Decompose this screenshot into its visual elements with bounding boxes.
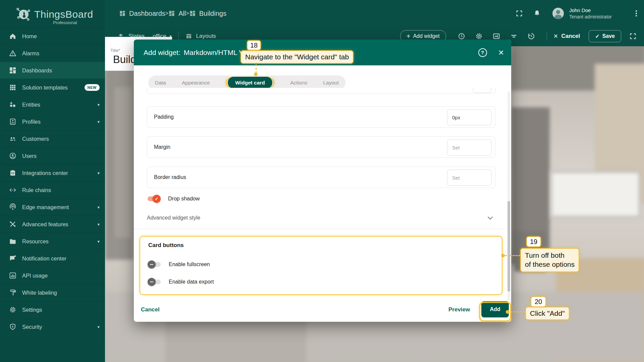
sidebar-item-api-usage[interactable]: API usage — [0, 267, 105, 284]
drop-shadow-toggle[interactable]: ✓ — [148, 196, 160, 201]
dialog-cancel-button[interactable]: Cancel — [141, 306, 160, 313]
sidebar-item-label: Customers — [22, 136, 49, 142]
border-radius-label: Border radius — [154, 174, 186, 180]
version-history-icon[interactable] — [527, 32, 535, 40]
help-icon[interactable]: ? — [478, 48, 487, 57]
advanced-icon — [9, 220, 17, 228]
dashboards-icon — [119, 10, 126, 17]
chevron-down-icon: ▾ — [97, 205, 100, 210]
alarms-icon — [9, 49, 17, 57]
timewindow-clock-icon[interactable] — [458, 32, 466, 40]
card-buttons-section: Card buttons Enable fullscreen Enable da… — [140, 236, 502, 295]
step-19-connector — [505, 255, 520, 256]
sidebar-item-label: Settings — [22, 307, 42, 313]
step-19-callout: Turn off both of these options — [520, 248, 579, 272]
step-18-badge: 18 — [247, 40, 261, 50]
breadcrumb-item-dashboards[interactable]: Dashboards — [119, 10, 165, 17]
solution-templates-icon — [9, 83, 17, 92]
sidebar-item-solution-templates[interactable]: Solution templatesNEW — [0, 79, 105, 96]
enable-data-export-toggle[interactable] — [148, 279, 161, 285]
sidebar-item-label: API usage — [22, 273, 48, 279]
sidebar-item-alarms[interactable]: Alarms — [0, 45, 105, 62]
breadcrumb-item-buildings[interactable]: Buildings — [189, 10, 226, 17]
advanced-widget-style-row[interactable]: Advanced widget style — [147, 212, 495, 224]
margin-input[interactable] — [447, 139, 491, 156]
enable-data-export-row: Enable data export — [148, 279, 214, 285]
filters-icon[interactable] — [510, 32, 518, 40]
sidebar-item-security[interactable]: Security▾ — [0, 318, 105, 335]
avatar[interactable] — [552, 8, 564, 19]
tab-actions[interactable]: Actions — [290, 80, 307, 86]
sidebar-item-label: Entities — [22, 102, 40, 108]
card-buttons-title: Card buttons — [148, 242, 184, 249]
sidebar-item-label: Security — [22, 324, 42, 330]
dialog-scrollbar[interactable] — [507, 91, 510, 300]
sidebar-item-label: Notification center — [22, 255, 66, 262]
api-usage-icon — [9, 272, 17, 280]
enable-fullscreen-row: Enable fullscreen — [148, 261, 210, 267]
tab-data[interactable]: Data — [155, 80, 166, 86]
dialog-preview-button[interactable]: Preview — [448, 306, 470, 313]
dashboards-icon — [168, 10, 175, 17]
tab-appearance[interactable]: Appearance — [182, 80, 210, 86]
sidebar-item-settings[interactable]: Settings — [0, 301, 105, 318]
chevron-down-icon — [488, 214, 493, 220]
notifications-bell-icon[interactable] — [533, 9, 541, 17]
breadcrumb-item-all[interactable]: All — [168, 10, 186, 17]
sidebar-item-label: Dashboards — [22, 67, 52, 74]
settings-icon — [9, 306, 17, 314]
expand-fullscreen-icon[interactable] — [629, 33, 637, 40]
sidebar-item-entities[interactable]: Entities▾ — [0, 96, 105, 113]
layouts-label[interactable]: Layouts — [196, 33, 216, 40]
border-radius-input[interactable] — [447, 170, 491, 186]
tab-layout[interactable]: Layout — [323, 80, 339, 86]
padding-input[interactable] — [447, 109, 491, 125]
step-19-connector-dot — [501, 254, 505, 257]
entity-aliases-icon[interactable] — [492, 32, 500, 40]
enable-fullscreen-toggle[interactable] — [148, 262, 161, 267]
dialog-scrollbar-thumb[interactable] — [507, 201, 510, 292]
rule-chains-icon — [9, 186, 17, 194]
sidebar-item-users[interactable]: Users — [0, 147, 105, 164]
breadcrumb-label: All — [178, 10, 186, 17]
profiles-icon — [9, 118, 17, 126]
brand-edition: Professional — [53, 20, 77, 25]
chevron-down-icon: ▾ — [97, 119, 100, 124]
sidebar-item-label: Integrations center — [22, 170, 68, 176]
settings-gear-icon[interactable] — [475, 32, 483, 40]
brand-logo[interactable]: ThingsBoard Professional — [0, 0, 105, 27]
user-role: Tenant administrator — [569, 14, 612, 20]
sidebar-menu: HomeAlarmsDashboardsSolution templatesNE… — [0, 27, 105, 335]
sidebar-item-rule-chains[interactable]: Rule chains — [0, 181, 105, 198]
fullscreen-icon[interactable] — [516, 10, 523, 17]
dialog-close-icon[interactable]: × — [498, 48, 504, 57]
user-names: John Doe Tenant administrator — [569, 7, 612, 20]
kebab-menu-icon[interactable] — [635, 9, 637, 17]
sidebar-item-resources[interactable]: Resources▾ — [0, 233, 105, 250]
tab-widget-card[interactable]: Widget card — [228, 77, 272, 88]
sidebar-item-customers[interactable]: Customers — [0, 130, 105, 147]
sidebar-item-edge-management[interactable]: Edge management▾ — [0, 198, 105, 216]
chevron-down-icon: ▾ — [97, 239, 100, 244]
resources-icon — [9, 237, 17, 245]
chevron-down-icon: ▾ — [97, 324, 100, 329]
sidebar-item-integrations-center[interactable]: Integrations center▾ — [0, 164, 105, 181]
entities-icon — [9, 101, 17, 109]
integrations-icon — [9, 169, 17, 177]
sidebar-item-home[interactable]: Home — [0, 27, 105, 45]
cancel-edit-button[interactable]: × Cancel — [554, 32, 580, 41]
title-field-label: Title* — [110, 48, 120, 53]
step-20-callout: Click "Add" — [525, 307, 570, 320]
sidebar-item-notification-center[interactable]: Notification center — [0, 250, 105, 267]
save-button[interactable]: ✓ Save — [589, 30, 621, 42]
sidebar-item-advanced-features[interactable]: Advanced features▾ — [0, 216, 105, 233]
add-widget-dialog: Add widget: Markdown/HTML Value Card ? ×… — [134, 40, 511, 322]
sidebar-item-label: Alarms — [22, 50, 39, 57]
border-radius-row: Border radius — [147, 167, 495, 188]
sidebar-item-dashboards[interactable]: Dashboards — [0, 62, 105, 79]
margin-label: Margin — [154, 144, 170, 150]
sidebar-item-white-labeling[interactable]: White labeling — [0, 284, 105, 301]
new-badge: NEW — [85, 84, 100, 91]
scrolled-input-partial[interactable] — [473, 88, 491, 93]
sidebar-item-profiles[interactable]: Profiles▾ — [0, 113, 105, 130]
